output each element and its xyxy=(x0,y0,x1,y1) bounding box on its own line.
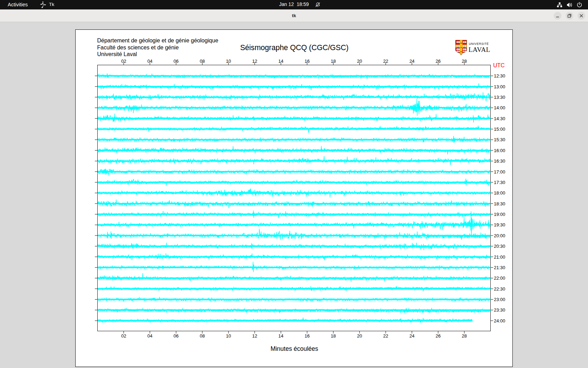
svg-text:12: 12 xyxy=(252,333,257,339)
svg-text:17:30: 17:30 xyxy=(494,180,505,185)
svg-text:UTC: UTC xyxy=(493,62,505,68)
svg-text:Département de géologie et de: Département de géologie et de génie géol… xyxy=(97,38,218,43)
svg-text:20:30: 20:30 xyxy=(494,244,505,249)
svg-text:21:00: 21:00 xyxy=(494,254,505,260)
svg-text:19:00: 19:00 xyxy=(494,212,505,217)
svg-text:18:30: 18:30 xyxy=(494,201,505,206)
svg-text:26: 26 xyxy=(436,333,441,339)
svg-text:20: 20 xyxy=(357,333,362,339)
svg-text:18:00: 18:00 xyxy=(494,190,505,196)
svg-text:Faculté des sciences et de gén: Faculté des sciences et de génie xyxy=(97,45,179,50)
svg-text:24:00: 24:00 xyxy=(494,318,505,323)
svg-text:06: 06 xyxy=(174,333,178,339)
svg-text:Séismographe QCQ (CGC/GSC): Séismographe QCQ (CGC/GSC) xyxy=(240,43,349,52)
svg-text:04: 04 xyxy=(147,333,152,339)
svg-text:14:00: 14:00 xyxy=(494,105,505,110)
svg-text:17:00: 17:00 xyxy=(494,169,505,175)
svg-text:LAVAL: LAVAL xyxy=(469,46,490,53)
svg-text:15:30: 15:30 xyxy=(494,137,505,142)
svg-text:21:30: 21:30 xyxy=(494,265,505,270)
svg-text:16:00: 16:00 xyxy=(494,148,505,153)
svg-text:24: 24 xyxy=(410,333,414,339)
svg-text:14:30: 14:30 xyxy=(494,116,505,121)
svg-text:23:00: 23:00 xyxy=(494,297,505,302)
svg-text:20:00: 20:00 xyxy=(494,233,505,238)
svg-text:22:30: 22:30 xyxy=(494,286,505,292)
svg-text:02: 02 xyxy=(121,333,126,339)
svg-text:10: 10 xyxy=(226,333,231,339)
svg-text:16: 16 xyxy=(304,333,309,339)
svg-text:22: 22 xyxy=(383,333,388,339)
svg-text:16:30: 16:30 xyxy=(494,158,505,164)
svg-text:08: 08 xyxy=(200,333,205,339)
svg-text:Université Laval: Université Laval xyxy=(97,51,137,57)
svg-text:13:00: 13:00 xyxy=(494,84,505,89)
svg-text:19:30: 19:30 xyxy=(494,222,505,227)
svg-text:23:30: 23:30 xyxy=(494,307,505,313)
svg-text:14: 14 xyxy=(278,333,283,339)
svg-text:22:00: 22:00 xyxy=(494,275,505,281)
svg-text:12:30: 12:30 xyxy=(494,73,505,79)
svg-text:Minutes écoulées: Minutes écoulées xyxy=(271,345,318,352)
svg-text:18: 18 xyxy=(331,333,336,339)
svg-text:UNIVERSITÉ: UNIVERSITÉ xyxy=(469,42,489,46)
svg-text:15:00: 15:00 xyxy=(494,127,505,132)
svg-text:13:30: 13:30 xyxy=(494,95,505,100)
svg-text:28: 28 xyxy=(462,333,467,339)
